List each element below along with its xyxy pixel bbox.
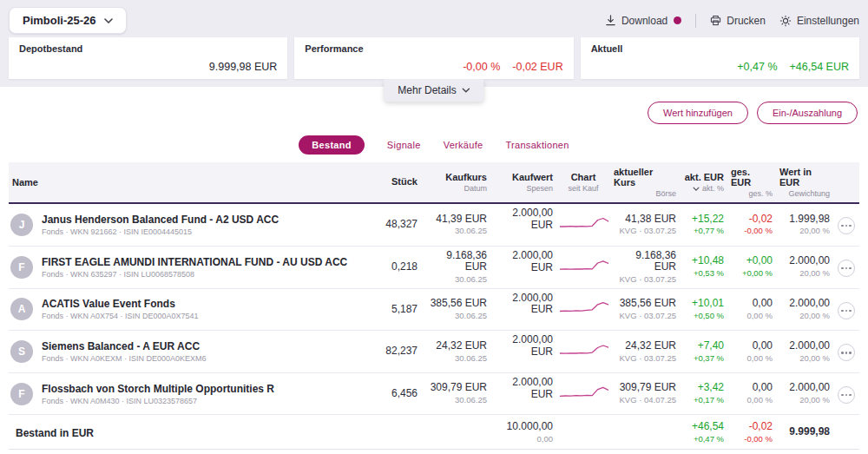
- stueck-cell: 0,218: [373, 258, 421, 277]
- fund-name-cell: S Siemens Balanced - A EUR ACC Fonds · W…: [9, 337, 373, 366]
- kaufkurs-cell: 9.168,36 EUR30.06.25: [421, 247, 490, 288]
- total-spesen: 0,00: [494, 435, 553, 444]
- aktueller-kurs-cell: 9.168,36 EURKVG · 03.07.25: [610, 247, 680, 288]
- depotbestand-value: 9.999,98 EUR: [209, 61, 278, 73]
- aktueller-kurs-cell: 309,79 EURKVG · 04.07.25: [610, 378, 680, 408]
- fund-avatar: S: [10, 340, 33, 363]
- card-aktuell: Aktuell +0,47 % +46,54 EUR: [581, 37, 859, 79]
- sort-chevron-icon: [693, 187, 700, 191]
- chart-cell: [556, 212, 610, 238]
- total-ges-eur: -0,02: [731, 421, 773, 433]
- table-header: Name Stück KaufkursDatum KaufwertSpesen …: [9, 162, 859, 204]
- chevron-down-icon: [104, 18, 113, 23]
- fund-details: Fonds · WKN A0KEXM · ISIN DE000A0KEXM6: [42, 354, 207, 363]
- akt-eur-cell: +3,42+0,17 %: [680, 378, 727, 408]
- stueck-cell: 6,456: [373, 385, 421, 404]
- aktuell-pct: +0,47 %: [737, 61, 777, 73]
- total-label: Bestand in EUR: [12, 427, 94, 439]
- kaufwert-cell: 2.000,00 EUR: [490, 204, 556, 246]
- table-row[interactable]: F FIRST EAGLE AMUNDI INTERNATIONAL FUND …: [9, 247, 859, 289]
- stueck-cell: 48,327: [373, 215, 421, 234]
- wert-cell: 2.000,0020,00 %: [776, 294, 833, 324]
- kaufkurs-cell: 41,39 EUR30.06.25: [421, 210, 490, 240]
- mehr-details-button[interactable]: Mehr Details: [384, 79, 483, 102]
- ges-eur-cell: -0,02-0,00 %: [727, 210, 776, 240]
- total-akt-eur: +46,54: [683, 421, 724, 433]
- column-header-kaufkurs[interactable]: KaufkursDatum: [421, 162, 490, 202]
- wert-cell: 2.000,0020,00 %: [776, 378, 833, 408]
- row-menu-button[interactable]: [838, 260, 855, 277]
- akt-eur-cell: +10,48+0,53 %: [680, 252, 727, 281]
- deposit-withdraw-button[interactable]: Ein-/Auszahlung: [757, 102, 858, 124]
- row-menu-button[interactable]: [838, 344, 855, 361]
- total-row-barbestand: Barbestand 0,00: [9, 450, 859, 454]
- stueck-cell: 82,237: [373, 342, 421, 361]
- total-kaufwert: 10.000,00: [494, 421, 553, 433]
- row-menu-button[interactable]: [838, 302, 855, 319]
- menu-cell: [833, 380, 859, 407]
- print-label: Drucken: [727, 15, 766, 27]
- performance-amount: -0,02 EUR: [512, 61, 562, 73]
- table-row[interactable]: F Flossbach von Storch Multiple Opportun…: [9, 373, 859, 416]
- kaufwert-cell: 2.000,00 EUR: [490, 289, 556, 331]
- kaufwert-cell: 2.000,00 EUR: [490, 247, 556, 288]
- column-header-aktueller-kurs[interactable]: aktueller KursBörse: [610, 162, 680, 202]
- kaufkurs-cell: 24,32 EUR30.06.25: [421, 337, 490, 366]
- ges-eur-cell: 0,000,00 %: [727, 337, 776, 366]
- portfolio-dropdown[interactable]: Pimboli-25-26: [9, 7, 127, 34]
- column-header-ges-eur[interactable]: ges. EURges. %: [727, 162, 776, 202]
- card-label: Performance: [305, 43, 363, 54]
- column-header-wert[interactable]: Wert in EURGewichtung: [776, 162, 833, 202]
- gear-icon: [779, 15, 792, 27]
- fund-name-cell: F Flossbach von Storch Multiple Opportun…: [9, 379, 373, 409]
- portfolio-name: Pimboli-25-26: [23, 14, 96, 27]
- fund-name-cell: J Janus Henderson Balanced Fund - A2 USD…: [9, 210, 373, 240]
- divider: [695, 14, 696, 28]
- tab-bestand[interactable]: Bestand: [299, 135, 365, 155]
- aktueller-kurs-cell: 41,38 EURKVG · 03.07.25: [610, 210, 680, 240]
- stueck-cell: 5,187: [373, 300, 421, 319]
- column-header-menu: [833, 162, 859, 202]
- sparkline-chart: [560, 215, 608, 231]
- chart-cell: [556, 254, 610, 280]
- kaufwert-cell: 2.000,00 EUR: [490, 373, 556, 415]
- tab-signale[interactable]: Signale: [387, 140, 421, 150]
- column-header-kaufwert[interactable]: KaufwertSpesen: [490, 162, 556, 202]
- aktueller-kurs-cell: 24,32 EURKVG · 03.07.25: [610, 337, 680, 366]
- sparkline-chart: [560, 299, 608, 315]
- wert-cell: 2.000,0020,00 %: [776, 252, 833, 281]
- aktuell-amount: +46,54 EUR: [790, 61, 849, 73]
- header-band: Pimboli-25-26 Download Drucken Einstellu…: [0, 0, 868, 87]
- settings-button[interactable]: Einstellungen: [779, 15, 859, 27]
- akt-eur-cell: +7,40+0,37 %: [680, 337, 727, 366]
- table-body: J Janus Henderson Balanced Fund - A2 USD…: [9, 204, 859, 415]
- print-button[interactable]: Drucken: [710, 15, 766, 27]
- download-button[interactable]: Download: [605, 15, 681, 27]
- menu-cell: [833, 253, 859, 280]
- fund-avatar: F: [10, 256, 33, 279]
- ges-eur-cell: 0,000,00 %: [727, 378, 776, 408]
- portfolio-actions: Wert hinzufügen Ein-/Auszahlung: [10, 102, 858, 124]
- fund-details: Fonds · WKN 921662 · ISIN IE0004445015: [42, 227, 279, 236]
- add-value-button[interactable]: Wert hinzufügen: [648, 102, 748, 124]
- ges-eur-cell: 0,000,00 %: [727, 294, 776, 324]
- chevron-down-icon: [463, 88, 470, 93]
- wert-cell: 2.000,0020,00 %: [776, 337, 833, 366]
- column-header-akt-eur[interactable]: akt. EUR akt. %: [680, 162, 727, 202]
- fund-name-cell: F FIRST EAGLE AMUNDI INTERNATIONAL FUND …: [9, 253, 373, 282]
- table-row[interactable]: A ACATIS Value Event Fonds Fonds · WKN A…: [9, 289, 859, 332]
- sparkline-chart: [560, 385, 608, 400]
- row-menu-button[interactable]: [838, 217, 855, 234]
- total-wert: 9.999,98: [779, 426, 830, 438]
- tab-verkaeufe[interactable]: Verkäufe: [444, 140, 483, 150]
- column-header-stueck[interactable]: Stück: [373, 162, 421, 202]
- table-row[interactable]: S Siemens Balanced - A EUR ACC Fonds · W…: [9, 331, 859, 373]
- column-header-name[interactable]: Name: [9, 162, 373, 202]
- kaufkurs-cell: 309,79 EUR30.06.25: [421, 378, 490, 408]
- fund-details: Fonds · WKN A0X754 · ISIN DE000A0X7541: [42, 312, 199, 320]
- card-label: Depotbestand: [19, 43, 82, 54]
- fund-details: Fonds · WKN 635297 · ISIN LU0068578508: [42, 270, 347, 279]
- tab-transaktionen[interactable]: Transaktionen: [505, 140, 569, 150]
- table-row[interactable]: J Janus Henderson Balanced Fund - A2 USD…: [9, 204, 859, 247]
- row-menu-button[interactable]: [838, 386, 855, 404]
